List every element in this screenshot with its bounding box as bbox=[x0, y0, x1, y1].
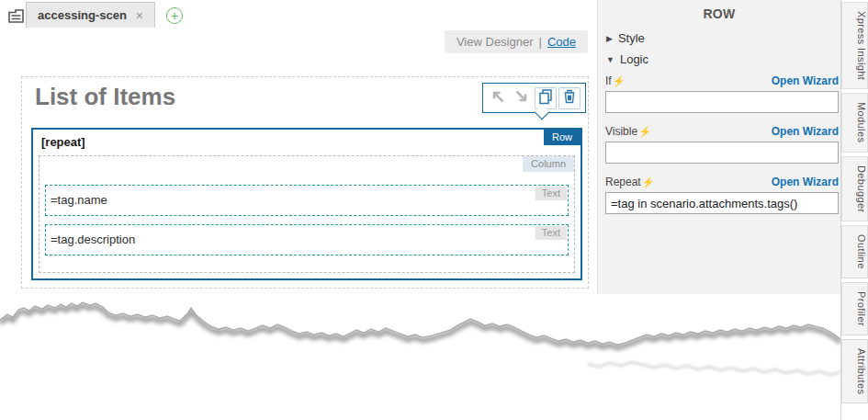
text-badge: Text bbox=[535, 226, 567, 240]
row-element[interactable]: Row [repeat] Column =tag.name Text =tag.… bbox=[31, 128, 582, 280]
visible-label: Visible⚡ bbox=[605, 125, 651, 138]
trash-icon bbox=[559, 86, 580, 109]
mode-separator: | bbox=[539, 35, 542, 49]
side-tab-outline[interactable]: Outline bbox=[841, 225, 868, 278]
close-tab-icon[interactable]: × bbox=[136, 8, 143, 23]
side-tab-profiler[interactable]: Profiler bbox=[841, 282, 868, 335]
chevron-right-icon: ▶ bbox=[606, 34, 613, 43]
lightning-icon: ⚡ bbox=[638, 126, 651, 137]
visible-input[interactable] bbox=[605, 142, 839, 164]
visible-open-wizard-link[interactable]: Open Wizard bbox=[772, 125, 839, 138]
if-open-wizard-link[interactable]: Open Wizard bbox=[772, 74, 839, 87]
panel-title: ROW bbox=[598, 0, 840, 21]
row-badge: Row bbox=[544, 130, 581, 145]
side-tab-attributes[interactable]: Attributes bbox=[841, 339, 868, 403]
chevron-down-icon: ▼ bbox=[606, 55, 614, 64]
canvas-heading[interactable]: List of Items bbox=[35, 83, 175, 111]
if-input[interactable] bbox=[605, 91, 839, 113]
logic-section-label: Logic bbox=[620, 52, 648, 66]
repeat-label: Repeat⚡ bbox=[605, 176, 654, 188]
delete-button[interactable] bbox=[558, 87, 581, 109]
side-tab-strip: Xpress Insight Modules Debugger Outline … bbox=[840, 0, 868, 420]
code-mode-link[interactable]: Code bbox=[547, 35, 576, 49]
text-element-value: =tag.description bbox=[51, 233, 135, 246]
mode-toggle: View Designer | Code bbox=[445, 30, 588, 53]
document-tab-label: accessing-scen bbox=[38, 8, 127, 22]
side-tab-xpress-insight[interactable]: Xpress Insight bbox=[841, 2, 868, 89]
document-tab[interactable]: accessing-scen × bbox=[26, 2, 155, 28]
lightning-icon: ⚡ bbox=[642, 176, 655, 187]
repeat-open-wizard-link[interactable]: Open Wizard bbox=[772, 176, 839, 188]
arrow-up-left-button[interactable] bbox=[487, 87, 509, 109]
tab-list-icon[interactable] bbox=[7, 8, 25, 28]
column-element[interactable]: Column =tag.name Text =tag.description T… bbox=[39, 155, 575, 273]
duplicate-button[interactable] bbox=[535, 87, 557, 109]
side-tab-modules[interactable]: Modules bbox=[841, 93, 868, 152]
text-badge: Text bbox=[535, 187, 567, 200]
style-section-header[interactable]: ▶ Style bbox=[606, 31, 645, 45]
plus-icon: + bbox=[171, 9, 178, 22]
side-tab-debugger[interactable]: Debugger bbox=[841, 156, 868, 222]
arrow-down-right-button[interactable] bbox=[511, 87, 533, 109]
if-field-group: If⚡ Open Wizard bbox=[605, 74, 839, 113]
repeat-label: [repeat] bbox=[41, 135, 85, 149]
repeat-input[interactable] bbox=[605, 192, 839, 214]
column-badge: Column bbox=[523, 156, 574, 172]
repeat-field-group: Repeat⚡ Open Wizard bbox=[605, 175, 839, 214]
if-label: If⚡ bbox=[605, 74, 625, 87]
style-section-label: Style bbox=[618, 31, 645, 45]
text-element-value: =tag.name bbox=[51, 193, 107, 207]
view-designer-mode-label: View Designer bbox=[457, 35, 534, 49]
lightning-icon: ⚡ bbox=[613, 75, 626, 86]
logic-section-header[interactable]: ▼ Logic bbox=[606, 52, 648, 66]
arrow-up-left-icon bbox=[488, 86, 508, 109]
text-element-description[interactable]: =tag.description Text bbox=[45, 224, 569, 255]
add-tab-button[interactable]: + bbox=[166, 7, 183, 24]
text-element-name[interactable]: =tag.name Text bbox=[45, 185, 569, 216]
arrow-down-right-icon bbox=[512, 86, 532, 109]
properties-panel: ROW ▶ Style ▼ Logic If⚡ Open Wizard Visi… bbox=[597, 0, 840, 420]
visible-field-group: Visible⚡ Open Wizard bbox=[605, 124, 839, 164]
element-toolbar bbox=[482, 83, 586, 113]
view-designer-app: accessing-scen × + View Designer | Code … bbox=[0, 0, 868, 420]
